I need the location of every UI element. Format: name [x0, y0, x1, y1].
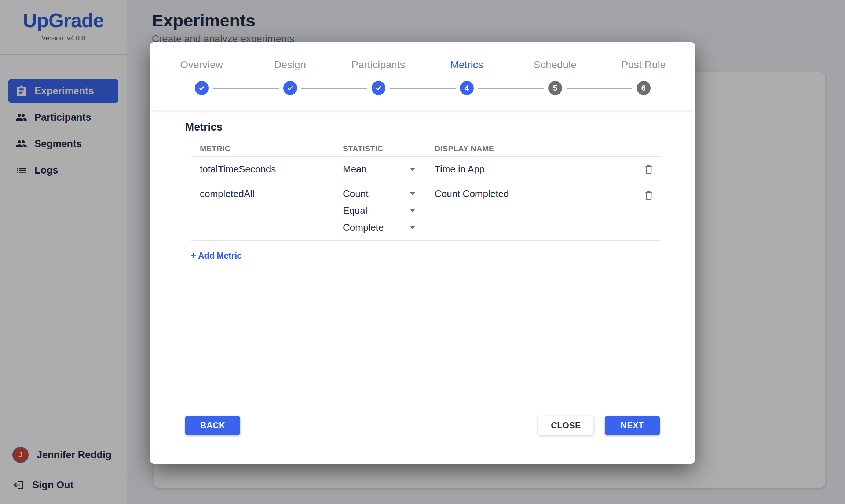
display-name: Time in App — [426, 164, 638, 175]
stepper-labels: Overview Design Participants Metrics Sch… — [157, 58, 688, 72]
close-button[interactable]: CLOSE — [538, 416, 594, 435]
statistic-select[interactable]: Count — [343, 185, 418, 202]
statistic-select-value: Complete — [343, 222, 384, 233]
trash-icon — [644, 190, 654, 201]
new-experiment-dialog: Overview Design Participants Metrics Sch… — [150, 42, 695, 464]
statistic-select[interactable]: Equal — [343, 202, 418, 219]
delete-metric-button[interactable] — [644, 162, 654, 176]
dropdown-arrow-icon — [410, 168, 415, 171]
table-row: completedAll Count Equal Complete — [191, 182, 660, 241]
next-button[interactable]: NEXT — [605, 416, 660, 435]
dialog-footer: BACK CLOSE NEXT — [150, 416, 695, 464]
step-number-badge[interactable]: 6 — [637, 81, 651, 95]
statistic-select-value: Mean — [343, 164, 367, 175]
step-label-participants[interactable]: Participants — [334, 58, 422, 72]
metrics-step-body: Metrics METRIC STATISTIC DISPLAY NAME to… — [150, 110, 695, 416]
add-metric-button[interactable]: + Add Metric — [191, 251, 242, 261]
step-label-overview[interactable]: Overview — [157, 58, 246, 72]
display-name: Count Completed — [426, 185, 638, 202]
metric-name: completedAll — [191, 185, 334, 202]
step-label-post-rule[interactable]: Post Rule — [599, 58, 688, 72]
statistic-cell: Count Equal Complete — [334, 185, 426, 236]
dropdown-arrow-icon — [410, 209, 415, 212]
step-label-schedule[interactable]: Schedule — [511, 58, 599, 72]
statistic-select[interactable]: Complete — [343, 219, 418, 236]
statistic-cell: Mean — [334, 161, 426, 178]
step-label-metrics[interactable]: Metrics — [422, 58, 511, 72]
metric-name: totalTimeSeconds — [191, 164, 334, 175]
step-label-design[interactable]: Design — [246, 58, 334, 72]
trash-icon — [644, 164, 654, 175]
table-header-row: METRIC STATISTIC DISPLAY NAME — [191, 140, 660, 157]
back-button[interactable]: BACK — [185, 416, 240, 435]
actions-cell — [638, 185, 660, 202]
column-header-metric: METRIC — [191, 144, 334, 153]
column-header-display-name: DISPLAY NAME — [426, 144, 638, 153]
stepper-track: 4 5 6 — [157, 81, 688, 95]
step-done-check-icon[interactable] — [195, 81, 209, 95]
column-header-statistic: STATISTIC — [334, 144, 426, 153]
step-number-badge[interactable]: 5 — [548, 81, 562, 95]
step-done-check-icon[interactable] — [283, 81, 297, 95]
statistic-select-value: Equal — [343, 205, 367, 216]
table-row: totalTimeSeconds Mean Time in App — [191, 157, 660, 182]
statistic-select-value: Count — [343, 188, 368, 200]
dropdown-arrow-icon — [410, 226, 415, 229]
stepper: Overview Design Participants Metrics Sch… — [150, 42, 695, 110]
step-done-check-icon[interactable] — [372, 81, 385, 95]
delete-metric-button[interactable] — [644, 188, 654, 202]
dropdown-arrow-icon — [410, 192, 415, 195]
metrics-table: METRIC STATISTIC DISPLAY NAME totalTimeS… — [191, 140, 660, 241]
section-title: Metrics — [185, 121, 660, 133]
step-number-badge[interactable]: 4 — [460, 81, 474, 95]
step-circle-post-rule: 6 — [599, 81, 688, 95]
actions-cell — [638, 162, 660, 176]
statistic-select[interactable]: Mean — [343, 161, 418, 178]
